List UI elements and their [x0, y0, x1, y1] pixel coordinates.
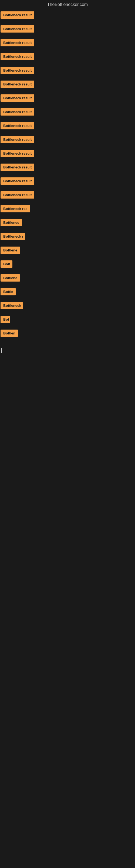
bottleneck-row: Bottleneck res [1, 204, 135, 218]
bottleneck-row: Bottleneck result [1, 121, 135, 135]
bottleneck-row: Bottlene [1, 246, 135, 259]
bottleneck-badge[interactable]: Bottleneck result [1, 122, 34, 129]
bottleneck-badge[interactable]: Bottlen [1, 330, 18, 337]
bottleneck-row: Bottlenec [1, 218, 135, 231]
bottleneck-row: Bottleneck r [1, 231, 135, 246]
items-container: Bottleneck resultBottleneck resultBottle… [0, 10, 135, 342]
site-title: TheBottlenecker.com [0, 0, 135, 10]
bottleneck-badge[interactable]: Bottle [1, 288, 16, 296]
bottleneck-row: Bottleneck result [1, 176, 135, 190]
bottleneck-row: Bottleneck result [1, 52, 135, 66]
bottleneck-row: Bottleneck result [1, 135, 135, 149]
bottleneck-row: Bottleneck result [1, 24, 135, 38]
bottleneck-badge[interactable]: Bottleneck res [1, 205, 30, 212]
bottleneck-badge[interactable]: Bott [1, 260, 12, 268]
bottleneck-badge[interactable]: Bottleneck result [1, 81, 34, 88]
bottleneck-badge[interactable]: Bottleneck result [1, 53, 34, 60]
bottleneck-row: Bottle [1, 287, 135, 301]
bottleneck-badge[interactable]: Bottleneck result [1, 94, 34, 102]
bottleneck-row: Bott [1, 259, 135, 273]
bottleneck-row: Bottleneck result [1, 107, 135, 121]
bottleneck-row: Bottleneck result [1, 66, 135, 80]
bottleneck-badge[interactable]: Bottleneck result [1, 191, 34, 198]
bottleneck-badge[interactable]: Bottleneck result [1, 11, 34, 19]
bottleneck-row: Bottleneck [1, 301, 135, 315]
bottleneck-row: Bottleneck result [1, 38, 135, 52]
bottleneck-badge[interactable]: Bottlene [1, 247, 20, 254]
bottleneck-row: Bottleneck result [1, 149, 135, 162]
bottleneck-badge[interactable]: Bottleneck result [1, 150, 34, 157]
bottleneck-badge[interactable]: Bottleneck result [1, 108, 34, 116]
bottleneck-row: Bottleneck result [1, 10, 135, 24]
bottleneck-badge[interactable]: Bottlenec [1, 219, 22, 226]
bottleneck-badge[interactable]: Bottleneck result [1, 177, 34, 185]
bottleneck-badge[interactable]: Bot [1, 316, 10, 323]
bottleneck-badge[interactable]: Bottleneck result [1, 163, 34, 171]
bottleneck-badge[interactable]: Bottlene [1, 274, 20, 282]
cursor-line [1, 348, 2, 353]
bottleneck-row: Bottleneck result [1, 93, 135, 107]
bottleneck-badge[interactable]: Bottleneck result [1, 39, 34, 46]
bottleneck-badge[interactable]: Bottleneck r [1, 233, 25, 240]
bottleneck-row: Bottlen [1, 329, 135, 342]
bottleneck-row: Bottleneck result [1, 162, 135, 176]
bottleneck-badge[interactable]: Bottleneck [1, 302, 23, 309]
bottleneck-row: Bot [1, 315, 135, 329]
bottleneck-badge[interactable]: Bottleneck result [1, 25, 34, 33]
bottleneck-badge[interactable]: Bottleneck result [1, 67, 34, 74]
bottleneck-row: Bottlene [1, 273, 135, 287]
bottleneck-row: Bottleneck result [1, 190, 135, 204]
bottleneck-row: Bottleneck result [1, 80, 135, 93]
bottleneck-badge[interactable]: Bottleneck result [1, 136, 34, 143]
